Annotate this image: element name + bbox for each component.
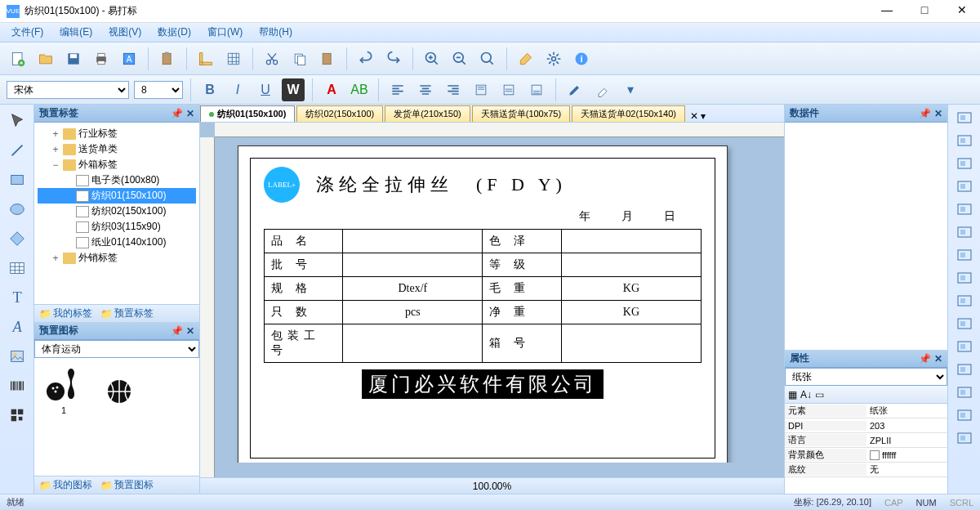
tree-item[interactable]: 电子类(100x80): [38, 172, 196, 188]
dist-h-button[interactable]: [952, 245, 977, 265]
label-date[interactable]: 年 月 日: [264, 209, 685, 224]
align-center-v-button[interactable]: [952, 199, 977, 219]
undo-button[interactable]: [354, 47, 377, 70]
select-all-button[interactable]: A: [118, 47, 140, 70]
my-labels-link[interactable]: 📁我的标签: [39, 306, 92, 320]
label-title[interactable]: 涤纶全拉伸丝 (F D Y): [316, 172, 702, 197]
paste-2-button[interactable]: [316, 47, 339, 70]
pin-icon[interactable]: 📌: [919, 108, 931, 119]
pointer-tool[interactable]: [4, 108, 30, 134]
same-width-button[interactable]: [952, 291, 977, 311]
send-back-button[interactable]: [952, 428, 977, 448]
bring-front-button[interactable]: [952, 405, 977, 425]
grid-button[interactable]: [222, 47, 245, 70]
preset-labels-link[interactable]: 📁预置标签: [100, 306, 154, 320]
align-right-button[interactable]: [442, 78, 465, 101]
label-company[interactable]: 厦门必兴软件有限公司: [362, 369, 604, 399]
tree-item[interactable]: 纺织03(115x90): [38, 219, 196, 235]
sort-icon[interactable]: A↓: [800, 389, 812, 400]
align-center-h-button[interactable]: [952, 131, 977, 150]
tree-item[interactable]: +送货单类: [38, 141, 196, 157]
label-logo[interactable]: LABEL+: [264, 167, 300, 203]
same-height-button[interactable]: [952, 314, 977, 333]
tree-item[interactable]: +行业标签: [38, 126, 196, 141]
menu-视图(V)[interactable]: 视图(V): [105, 24, 145, 41]
tab[interactable]: 天猫送货单(100x75): [472, 105, 570, 122]
menu-数据(D)[interactable]: 数据(D): [154, 24, 194, 41]
tab[interactable]: 天猫送货单02(150x140): [572, 105, 685, 122]
bold-button[interactable]: B: [198, 78, 221, 101]
page-icon[interactable]: ▭: [815, 389, 824, 400]
prop-row[interactable]: 背景颜色ffffff: [785, 448, 947, 463]
gallery-item-bowling[interactable]: 1: [39, 363, 88, 471]
font-color-button[interactable]: A: [320, 78, 343, 101]
align-center-button[interactable]: [414, 78, 437, 101]
tab[interactable]: 纺织02(150x100): [296, 105, 383, 122]
prop-row[interactable]: 底纹无: [785, 463, 947, 477]
redo-button[interactable]: [382, 47, 405, 70]
valign-bot-button[interactable]: [525, 78, 548, 101]
tab[interactable]: 纺织01(150x100): [200, 105, 295, 122]
same-size-button[interactable]: [952, 337, 977, 356]
preset-icons-link[interactable]: 📁预置图标: [100, 478, 154, 492]
align-bottom-button[interactable]: [952, 222, 977, 242]
rect-tool[interactable]: [4, 167, 30, 193]
panel-close-icon[interactable]: ✕: [186, 325, 194, 337]
align-right-button[interactable]: [952, 154, 977, 173]
prop-row[interactable]: DPI203: [785, 418, 947, 433]
font-name-select[interactable]: 宋体: [7, 81, 129, 99]
prop-row[interactable]: 元素纸张: [785, 404, 947, 418]
print-button[interactable]: [90, 47, 113, 70]
inverse-button[interactable]: W: [282, 78, 305, 101]
dist-v-button[interactable]: [952, 268, 977, 288]
data-grid[interactable]: [785, 123, 947, 350]
icon-category-select[interactable]: 体育运动: [34, 340, 199, 358]
tree-item[interactable]: 纺织02(150x100): [38, 204, 196, 219]
tree-item[interactable]: −外箱标签: [38, 157, 196, 172]
ungroup-button[interactable]: [952, 382, 977, 402]
canvas[interactable]: LABEL+ 涤纶全拉伸丝 (F D Y) 年 月 日 品 名色 泽批 号等 级…: [200, 123, 784, 477]
panel-close-icon[interactable]: ✕: [934, 353, 942, 365]
prop-row[interactable]: 语言ZPLII: [785, 433, 947, 448]
underline-button[interactable]: U: [254, 78, 277, 101]
copy-button[interactable]: [288, 47, 311, 70]
zoom-out-button[interactable]: [448, 47, 471, 70]
minimize-button[interactable]: —: [875, 3, 898, 20]
table-tool[interactable]: [4, 255, 30, 281]
paste-button[interactable]: [156, 47, 179, 70]
menu-窗口(W)[interactable]: 窗口(W): [204, 24, 246, 41]
pin-icon[interactable]: 📌: [919, 353, 931, 365]
valign-mid-button[interactable]: [497, 78, 520, 101]
settings-button[interactable]: [542, 47, 565, 70]
pin-icon[interactable]: 📌: [171, 108, 183, 119]
zoom-in-button[interactable]: [421, 47, 443, 70]
highlight-button[interactable]: AB: [348, 78, 371, 101]
diamond-tool[interactable]: [4, 226, 30, 252]
ruler-button[interactable]: [194, 47, 217, 70]
my-icons-link[interactable]: 📁我的图标: [39, 478, 92, 492]
valign-top-button[interactable]: [470, 78, 492, 101]
eraser-button[interactable]: [591, 78, 614, 101]
qrcode-tool[interactable]: [4, 402, 30, 428]
new-button[interactable]: [7, 47, 29, 70]
align-left-button[interactable]: [952, 108, 977, 128]
label-table[interactable]: 品 名色 泽批 号等 级规 格Dtex/f毛 重KG只 数pcs净 重KG包装工…: [264, 229, 702, 363]
zoom-fit-button[interactable]: [476, 47, 499, 70]
tree-item[interactable]: 纸业01(140x100): [38, 235, 196, 250]
tab[interactable]: 发货单(210x150): [385, 105, 470, 122]
font-size-select[interactable]: 8: [134, 81, 183, 99]
close-button[interactable]: ✕: [951, 3, 973, 20]
props-element-select[interactable]: 纸张: [785, 368, 947, 386]
text-tool[interactable]: T: [4, 284, 30, 311]
tab-controls[interactable]: ✕ ▾: [690, 110, 706, 122]
pen-button[interactable]: [564, 78, 586, 101]
ellipse-tool[interactable]: [4, 196, 30, 222]
maximize-button[interactable]: □: [913, 3, 936, 20]
pin-icon[interactable]: 📌: [171, 325, 183, 337]
panel-close-icon[interactable]: ✕: [186, 108, 194, 119]
barcode-tool[interactable]: [4, 373, 30, 399]
label-tree[interactable]: +行业标签+送货单类−外箱标签电子类(100x80)纺织01(150x100)纺…: [34, 123, 199, 269]
menu-帮助(H)[interactable]: 帮助(H): [256, 24, 296, 41]
open-button[interactable]: [34, 47, 57, 70]
group-button[interactable]: [952, 360, 977, 379]
